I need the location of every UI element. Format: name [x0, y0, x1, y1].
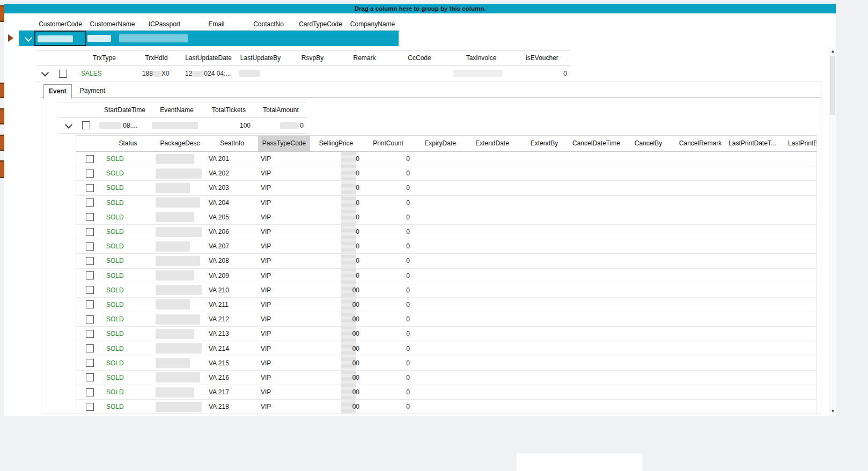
pass-type-cell: VIP [258, 184, 310, 192]
row-checkbox[interactable] [86, 388, 94, 396]
ticket-column-header[interactable]: CancelRemark [674, 136, 726, 151]
ticket-column-header[interactable]: LastPrintDateT... [726, 136, 778, 151]
row-checkbox[interactable] [86, 373, 94, 381]
scrollbar-thumb[interactable] [830, 56, 835, 115]
customer-column-header[interactable]: ICPassport [138, 20, 190, 28]
ticket-column-header[interactable]: LastPrintBy [778, 136, 817, 151]
ticket-column-header[interactable]: PrintCount [362, 136, 414, 151]
print-count-cell: 0 [362, 184, 414, 192]
row-checkbox[interactable] [86, 300, 94, 308]
row-checkbox[interactable] [86, 271, 94, 279]
ticket-column-header[interactable]: CancelBy [622, 136, 674, 151]
print-count-cell: 0 [362, 155, 414, 163]
row-checkbox[interactable] [86, 184, 94, 192]
row-checkbox[interactable] [86, 213, 94, 221]
row-checkbox[interactable] [86, 359, 94, 367]
ticket-column-header[interactable]: ExpiryDate [414, 136, 466, 151]
row-checkbox[interactable] [86, 257, 94, 265]
customer-column-header[interactable]: CardTypeCode [295, 20, 347, 28]
row-checkbox[interactable] [86, 228, 94, 236]
scroll-down-icon[interactable]: ▼ [829, 408, 836, 415]
row-checkbox[interactable] [86, 155, 94, 163]
row-checkbox[interactable] [86, 315, 94, 323]
row-checkbox[interactable] [86, 242, 94, 251]
is-evoucher-cell: 0 [514, 70, 570, 77]
customer-row-selected[interactable] [19, 31, 399, 46]
event-column-header[interactable]: TotalAmount [255, 106, 307, 114]
ticket-row[interactable]: SOLD VA 216 VIP 00 0 [76, 371, 816, 385]
package-desc-cell [154, 314, 206, 325]
transaction-column-header[interactable]: CcCode [391, 54, 448, 62]
transaction-column-header[interactable]: LastUpdateBy [234, 54, 286, 62]
ticket-column-header[interactable]: SeatInfo [206, 136, 258, 151]
redacted-start-date [99, 122, 121, 129]
row-checkbox[interactable] [86, 344, 94, 352]
group-by-panel[interactable]: Drag a column here to group by this colu… [4, 4, 836, 13]
customer-column-header[interactable]: CustomerName [86, 20, 138, 28]
ticket-row[interactable]: SOLD VA 206 VIP 0 0 [76, 225, 816, 239]
customer-column-header[interactable]: CompanyName [347, 20, 399, 28]
transaction-column-header[interactable]: LastUpdateDate [182, 54, 234, 62]
redacted-package-desc [156, 241, 190, 252]
ticket-row[interactable]: SOLD VA 204 VIP 0 0 [76, 196, 816, 210]
event-grid-header: StartDateTime EventName TotalTickets Tot… [58, 102, 307, 117]
vertical-scrollbar[interactable]: ▲ ▼ [829, 47, 836, 416]
customer-column-header[interactable]: ContactNo [242, 20, 295, 28]
ticket-column-header[interactable]: PassTypeCode [258, 136, 310, 151]
collapse-row-button[interactable] [58, 123, 78, 128]
ticket-row[interactable]: SOLD VA 212 VIP 00 0 [76, 312, 816, 327]
event-column-header[interactable]: TotalTickets [203, 106, 255, 114]
redacted-package-desc [156, 358, 190, 368]
detail-tab[interactable]: Event [43, 84, 72, 99]
ticket-row[interactable]: SOLD VA 210 VIP 00 0 [76, 283, 816, 298]
ticket-row[interactable]: SOLD VA 208 VIP 0 0 [76, 254, 816, 268]
row-checkbox[interactable] [59, 70, 67, 78]
ticket-column-header[interactable]: PackageDesc [154, 136, 206, 151]
ticket-row[interactable]: SOLD VA 218 VIP 00 0 [76, 400, 816, 414]
scroll-up-icon[interactable]: ▲ [829, 48, 836, 55]
row-checkbox[interactable] [86, 286, 94, 294]
transaction-column-header[interactable]: TrxHdId [130, 54, 182, 62]
event-row[interactable]: 08:... 100 0 [58, 117, 307, 134]
transaction-column-header[interactable]: Remark [339, 54, 391, 62]
ticket-row[interactable]: SOLD VA 201 VIP 0 0 [76, 152, 816, 166]
ticket-column-header[interactable]: Status [102, 136, 154, 151]
collapse-row-button[interactable] [36, 71, 54, 76]
redacted-package-desc [156, 402, 202, 412]
row-checkbox[interactable] [86, 330, 94, 338]
collapse-row-button[interactable] [26, 36, 31, 41]
customer-code-cell-focused[interactable] [34, 31, 86, 46]
ticket-row[interactable]: SOLD VA 213 VIP 00 0 [76, 327, 816, 341]
ticket-row[interactable]: SOLD VA 211 VIP 00 0 [76, 298, 816, 312]
pass-type-cell: VIP [258, 301, 310, 308]
event-column-header[interactable]: EventName [151, 106, 203, 114]
ticket-column-header[interactable]: SellingPrice [310, 136, 362, 151]
transaction-column-header[interactable]: isEVoucher [514, 54, 570, 62]
ticket-row[interactable]: SOLD VA 217 VIP 00 0 [76, 385, 816, 400]
ticket-row[interactable]: SOLD VA 214 VIP 00 0 [76, 341, 816, 356]
ticket-row[interactable]: SOLD VA 205 VIP 0 0 [76, 210, 816, 225]
ticket-row[interactable]: SOLD VA 207 VIP 0 0 [76, 239, 816, 254]
row-checkbox[interactable] [86, 170, 94, 178]
ticket-row[interactable]: SOLD VA 215 VIP 00 0 [76, 356, 816, 371]
transaction-row[interactable]: SALES 188X0 12024 04:... 0 [36, 65, 570, 82]
row-checkbox[interactable] [86, 198, 94, 207]
customer-column-header[interactable]: CustomerCode [34, 20, 86, 28]
row-checkbox[interactable] [86, 403, 94, 411]
event-column-header[interactable]: StartDateTime [99, 106, 151, 114]
ticket-column-header[interactable]: ExtendDate [466, 136, 518, 151]
transaction-column-header[interactable]: TrxType [78, 54, 130, 62]
status-cell: SOLD [102, 330, 154, 337]
ticket-column-header[interactable]: CancelDateTime [570, 136, 622, 151]
detail-tab[interactable]: Payment [75, 84, 110, 97]
ticket-row[interactable]: SOLD VA 202 VIP 0 0 [76, 166, 816, 181]
transaction-column-header[interactable]: TaxInvoice [448, 54, 514, 62]
start-datetime-cell: 08:... [99, 122, 151, 129]
ticket-row[interactable]: SOLD VA 209 VIP 0 0 [76, 269, 816, 283]
ticket-column-header[interactable]: ExtendBy [518, 136, 570, 151]
transaction-column-header[interactable]: RsvpBy [286, 54, 339, 62]
total-amount-cell: 0 [255, 122, 307, 129]
ticket-row[interactable]: SOLD VA 203 VIP 0 0 [76, 181, 816, 195]
row-checkbox[interactable] [82, 121, 90, 129]
customer-column-header[interactable]: Email [190, 20, 242, 28]
